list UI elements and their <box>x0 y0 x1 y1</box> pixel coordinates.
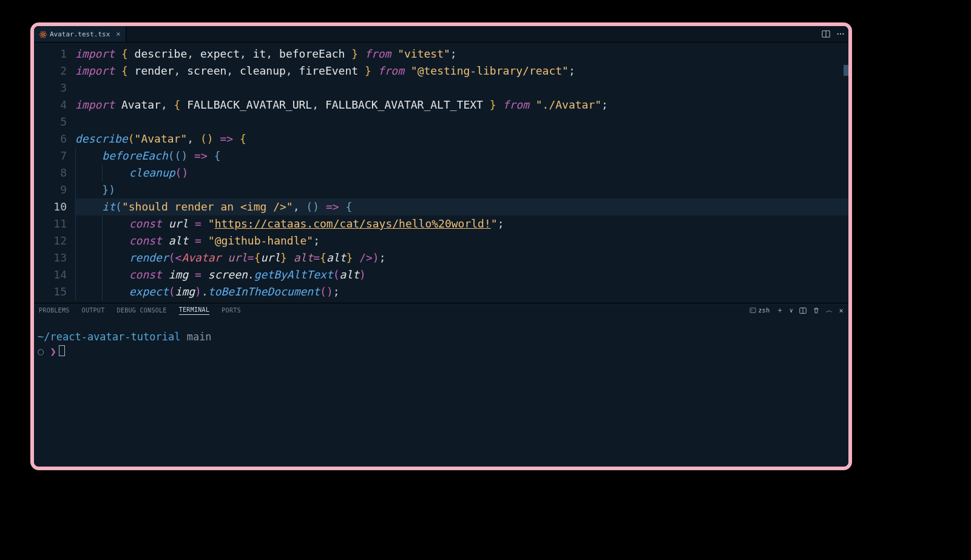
code-line[interactable]: it("should render an <img />", () => { <box>75 198 848 215</box>
line-number: 12 <box>34 232 67 249</box>
code-line[interactable]: cleanup() <box>75 164 848 181</box>
split-editor-icon[interactable] <box>822 30 830 38</box>
chevron-up-icon[interactable]: ︿ <box>826 306 833 315</box>
minimap[interactable] <box>840 43 848 303</box>
terminal-prompt-line: ○ ❯ <box>38 344 845 359</box>
line-number: 13 <box>34 249 67 266</box>
code-line[interactable]: import Avatar, { FALLBACK_AVATAR_URL, FA… <box>75 96 848 113</box>
svg-point-0 <box>42 34 44 36</box>
line-number: 1 <box>34 46 67 62</box>
line-number-gutter: 123456789101112131415 <box>34 43 75 303</box>
code-line[interactable]: render(<Avatar url={url} alt={alt} />); <box>75 249 848 266</box>
svg-point-7 <box>840 33 841 35</box>
terminal-shell-selector[interactable]: zsh <box>749 307 770 314</box>
tabbar-actions <box>822 26 845 42</box>
line-number: 11 <box>34 215 67 232</box>
split-terminal-chevron-icon[interactable]: ∨ <box>790 307 793 314</box>
panel-actions: zsh ＋ ∨ ︿ × <box>749 303 844 317</box>
line-number: 6 <box>34 130 67 147</box>
terminal-branch: main <box>187 331 212 343</box>
tab-problems[interactable]: PROBLEMS <box>39 307 70 314</box>
react-ts-file-icon <box>39 30 46 38</box>
editor-window: Avatar.test.tsx × 123456789101112131415 … <box>30 22 852 470</box>
close-panel-icon[interactable]: × <box>839 306 844 315</box>
code-editor[interactable]: 123456789101112131415 import { describe,… <box>34 42 848 303</box>
file-tab[interactable]: Avatar.test.tsx × <box>34 26 126 42</box>
tab-output[interactable]: OUTPUT <box>82 307 105 314</box>
line-number: 5 <box>34 113 67 130</box>
line-number: 7 <box>34 147 67 164</box>
trash-icon[interactable] <box>813 307 820 314</box>
tab-ports[interactable]: PORTS <box>222 307 241 314</box>
code-line[interactable]: beforeEach(() => { <box>75 147 848 164</box>
tab-debug-console[interactable]: DEBUG CONSOLE <box>117 307 167 314</box>
more-icon[interactable] <box>836 30 845 38</box>
svg-rect-9 <box>750 308 756 313</box>
close-icon[interactable]: × <box>116 30 120 38</box>
tab-bar: Avatar.test.tsx × <box>34 26 848 42</box>
split-terminal-icon[interactable] <box>799 307 807 314</box>
file-tab-label: Avatar.test.tsx <box>50 30 110 38</box>
terminal-cursor <box>59 345 65 356</box>
terminal-line: ~/react-avatar-tutorial main <box>38 329 845 344</box>
prompt-symbol: ❯ <box>50 345 56 357</box>
code-line[interactable]: const alt = "@github-handle"; <box>75 232 848 249</box>
code-line[interactable]: }) <box>75 181 848 198</box>
new-terminal-icon[interactable]: ＋ <box>776 305 783 315</box>
code-line[interactable]: import { render, screen, cleanup, fireEv… <box>75 62 848 79</box>
line-number: 4 <box>34 96 67 113</box>
shell-name: zsh <box>759 307 770 314</box>
terminal-cwd: ~/react-avatar-tutorial <box>38 331 180 343</box>
line-number: 8 <box>34 164 67 181</box>
svg-point-6 <box>837 33 838 35</box>
code-line[interactable]: expect(img).toBeInTheDocument(); <box>75 283 848 300</box>
code-line[interactable]: const img = screen.getByAltText(alt) <box>75 266 848 283</box>
code-line[interactable]: import { describe, expect, it, beforeEac… <box>75 46 848 62</box>
code-line[interactable]: const url = "https://cataas.com/cat/says… <box>75 215 848 232</box>
svg-point-8 <box>842 33 844 35</box>
line-number: 3 <box>34 79 67 96</box>
line-number: 9 <box>34 181 67 198</box>
line-number: 15 <box>34 283 67 300</box>
line-number: 2 <box>34 62 67 79</box>
tab-terminal[interactable]: TERMINAL <box>179 306 210 315</box>
prompt-marker-icon: ○ <box>38 345 50 357</box>
code-line[interactable]: describe("Avatar", () => { <box>75 130 848 147</box>
line-number: 10 <box>34 198 67 215</box>
panel-tab-bar: PROBLEMS OUTPUT DEBUG CONSOLE TERMINAL P… <box>34 303 848 317</box>
line-number: 14 <box>34 266 67 283</box>
terminal-panel[interactable]: ~/react-avatar-tutorial main ○ ❯ <box>34 317 848 467</box>
code-area[interactable]: import { describe, expect, it, beforeEac… <box>75 43 848 303</box>
code-line[interactable] <box>75 113 848 130</box>
code-line[interactable] <box>75 79 848 96</box>
